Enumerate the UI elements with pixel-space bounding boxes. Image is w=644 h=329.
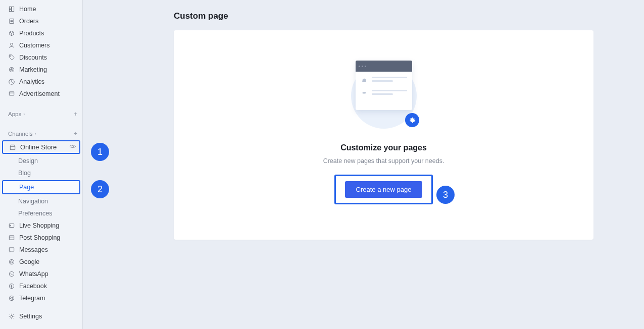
create-new-page-button[interactable]: Create a new page xyxy=(345,181,423,198)
analytics-icon xyxy=(8,78,15,85)
sub-item-blog[interactable]: Blog xyxy=(0,167,82,179)
sidebar-item-label: Marketing xyxy=(19,66,47,73)
sidebar-item-orders[interactable]: Orders xyxy=(0,15,82,27)
sidebar-item-label: Messages xyxy=(19,246,48,253)
svg-point-13 xyxy=(11,69,12,70)
sidebar-item-analytics[interactable]: Analytics xyxy=(0,76,82,88)
live-icon xyxy=(8,222,15,229)
sidebar-item-whatsapp[interactable]: WhatsApp xyxy=(0,268,82,280)
svg-line-7 xyxy=(12,32,14,33)
sidebar-item-customers[interactable]: Customers xyxy=(0,39,82,51)
svg-rect-3 xyxy=(10,19,14,23)
sidebar-item-settings[interactable]: Settings xyxy=(0,310,82,322)
add-app-button[interactable]: + xyxy=(73,110,77,118)
section-apps[interactable]: Apps› + xyxy=(0,108,82,120)
svg-point-28 xyxy=(11,315,13,317)
sidebar-item-google[interactable]: Google xyxy=(0,256,82,268)
section-label: Apps xyxy=(8,111,21,117)
sidebar-item-label: Google xyxy=(19,258,39,265)
sidebar-item-label: Orders xyxy=(19,18,38,25)
messages-icon xyxy=(8,246,15,253)
svg-rect-22 xyxy=(9,236,14,240)
marketing-icon xyxy=(8,66,15,73)
sidebar-item-label: Facebook xyxy=(19,283,47,290)
eye-icon[interactable] xyxy=(69,143,76,151)
page-title: Custom page xyxy=(93,0,634,30)
sidebar-item-home[interactable]: Home xyxy=(0,3,82,15)
customers-icon xyxy=(8,42,15,49)
sidebar-item-advertisement[interactable]: Advertisement xyxy=(0,88,82,100)
sidebar-item-marketing[interactable]: Marketing xyxy=(0,64,82,76)
add-channel-button[interactable]: + xyxy=(73,130,77,137)
svg-line-6 xyxy=(10,32,12,33)
svg-line-16 xyxy=(12,82,14,83)
sidebar-item-label: WhatsApp xyxy=(19,270,48,278)
sidebar-item-label: Live Shopping xyxy=(19,222,59,229)
sidebar: Home Orders Products Customers Discounts… xyxy=(0,0,83,329)
sidebar-item-label: Products xyxy=(19,30,44,37)
svg-rect-1 xyxy=(12,7,14,11)
sidebar-item-label: Online Store xyxy=(20,143,57,151)
advertisement-icon xyxy=(8,90,15,97)
step-badge-1: 1 xyxy=(91,143,109,161)
whatsapp-icon xyxy=(8,270,15,278)
svg-rect-17 xyxy=(9,92,14,95)
orders-icon xyxy=(8,18,15,25)
svg-point-9 xyxy=(11,43,13,45)
facebook-icon xyxy=(8,283,15,290)
main-content: Custom page xyxy=(83,0,644,329)
section-channels[interactable]: Channels› + xyxy=(0,128,82,139)
svg-point-12 xyxy=(11,69,13,71)
google-icon xyxy=(8,258,15,265)
sidebar-item-discounts[interactable]: Discounts xyxy=(0,51,82,64)
svg-rect-2 xyxy=(9,10,11,12)
home-icon xyxy=(8,6,15,13)
telegram-icon xyxy=(8,295,15,302)
svg-rect-30 xyxy=(362,93,366,93)
sidebar-item-label: Post Shopping xyxy=(19,234,60,241)
sub-item-navigation[interactable]: Navigation xyxy=(0,195,82,207)
sidebar-item-facebook[interactable]: Facebook xyxy=(0,280,82,292)
chevron-right-icon: › xyxy=(35,131,36,136)
sub-item-page[interactable]: Page xyxy=(2,180,80,194)
illustration xyxy=(349,61,419,131)
empty-state-card: Customize your pages Create new pages th… xyxy=(174,30,593,240)
sidebar-item-label: Analytics xyxy=(19,78,44,85)
post-icon xyxy=(8,234,15,241)
section-label: Channels xyxy=(8,131,33,137)
sidebar-item-online-store[interactable]: Online Store xyxy=(2,140,80,154)
gear-icon xyxy=(8,313,15,320)
svg-point-25 xyxy=(9,271,14,276)
card-description: Create new pages that support your needs… xyxy=(323,157,444,164)
svg-point-11 xyxy=(9,67,14,72)
sidebar-item-label: Telegram xyxy=(19,295,45,302)
create-button-highlight: Create a new page xyxy=(334,175,433,204)
discounts-icon xyxy=(8,54,15,61)
sidebar-item-telegram[interactable]: Telegram xyxy=(0,292,82,304)
svg-point-21 xyxy=(10,225,11,226)
sidebar-item-label: Home xyxy=(19,6,36,13)
store-icon xyxy=(9,144,16,151)
sidebar-item-messages[interactable]: Messages xyxy=(0,244,82,256)
sidebar-item-label: Settings xyxy=(19,313,42,320)
sidebar-item-label: Advertisement xyxy=(19,90,60,97)
step-badge-3: 3 xyxy=(436,186,455,204)
card-heading: Customize your pages xyxy=(340,143,427,152)
sub-item-design[interactable]: Design xyxy=(0,155,82,167)
products-icon xyxy=(8,30,15,37)
chevron-right-icon: › xyxy=(23,112,25,117)
sidebar-item-products[interactable]: Products xyxy=(0,27,82,39)
gear-badge-icon xyxy=(405,113,419,127)
step-badge-2: 2 xyxy=(91,180,109,198)
sidebar-item-label: Discounts xyxy=(19,54,47,61)
svg-point-10 xyxy=(10,56,11,57)
sub-item-preferences[interactable]: Preferences xyxy=(0,207,82,220)
svg-rect-0 xyxy=(9,7,11,9)
sidebar-item-post-shopping[interactable]: Post Shopping xyxy=(0,232,82,244)
svg-point-19 xyxy=(72,145,74,147)
sidebar-item-label: Customers xyxy=(19,42,49,49)
sidebar-item-live-shopping[interactable]: Live Shopping xyxy=(0,220,82,232)
